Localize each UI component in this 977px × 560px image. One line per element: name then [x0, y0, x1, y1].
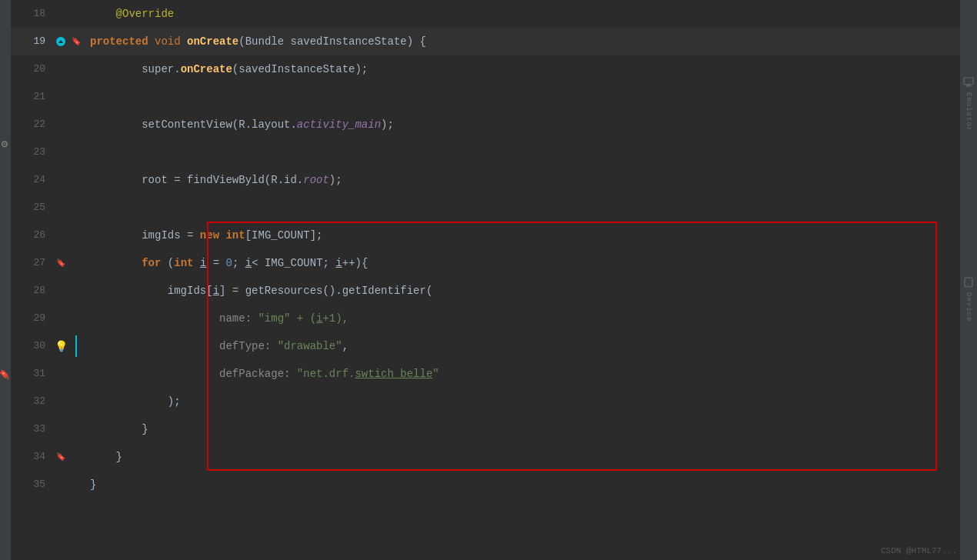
token: i [200, 249, 206, 277]
token [193, 249, 199, 277]
line-number-22: 22 [11, 111, 53, 138]
token: i [335, 249, 342, 277]
gutter-34: 🔖 [53, 452, 68, 462]
breakpoint-indicator[interactable] [56, 37, 65, 46]
line-content-31: defPackage: "net.drf. swtich_belle " [84, 360, 960, 388]
bookmark-icon: 🔖 [72, 37, 81, 46]
fold-30 [68, 335, 84, 357]
code-line-34: 34 🔖 } [11, 443, 960, 471]
token [219, 222, 225, 249]
line-number-35: 35 [11, 471, 53, 498]
code-line-30: 30 💡 defType: "drawable" , [11, 332, 960, 360]
editor-wrapper: ⚙ 🔖 18 @Override 19 [0, 0, 977, 560]
code-line-26: 26 imgIds = new int [IMG_COUNT]; [11, 222, 960, 249]
lightbulb-icon[interactable]: 💡 [55, 340, 68, 353]
phone-icon [964, 277, 973, 291]
arrow-up-icon [58, 40, 63, 43]
left-sidebar: ⚙ 🔖 [0, 0, 11, 560]
code-line-25: 25 [11, 194, 960, 222]
emulator-label: Emulator [965, 92, 972, 132]
line-number-18: 18 [11, 0, 53, 28]
code-editor: 18 @Override 19 🔖 protected vo [11, 0, 960, 560]
svg-rect-0 [964, 78, 973, 85]
token: onCreate [187, 28, 238, 55]
bookmarks-icon[interactable]: 🔖 [0, 369, 11, 381]
gutter-19 [53, 37, 68, 46]
token: root [303, 166, 329, 194]
line-content-34: } [84, 443, 960, 471]
line-content-27: for ( int i = 0 ; i < IMG_COUNT; i ++){ [84, 249, 960, 277]
line-number-34: 34 [11, 443, 53, 471]
token: int [174, 249, 193, 277]
line-number-30: 30 [11, 332, 53, 360]
line-content-24: root = findViewByld(R.id. root ); [84, 166, 960, 194]
line-content-26: imgIds = new int [IMG_COUNT]; [84, 222, 960, 249]
token: imgIds[ [90, 277, 213, 305]
token: new [200, 222, 219, 249]
token: } [90, 415, 148, 443]
line-content-35: } [84, 471, 960, 498]
line-number-21: 21 [11, 83, 53, 111]
token: , [342, 332, 348, 360]
line-content-29: name: "img" + ( i +1), [84, 305, 960, 332]
token [181, 28, 187, 55]
gutter-27: 🔖 [53, 258, 68, 268]
token: onCreate [181, 55, 232, 83]
line-content-20: super. onCreate (savedInstanceState); [84, 55, 960, 83]
token: i [213, 277, 219, 305]
code-line-21: 21 [11, 83, 960, 111]
line-content-32: ); [84, 388, 960, 415]
line-content-30: defType: "drawable" , [84, 332, 960, 360]
token: "img" + ( [258, 305, 316, 332]
token: (savedInstanceState); [232, 55, 368, 83]
token [148, 28, 155, 55]
code-line-33: 33 } [11, 415, 960, 443]
structure-icon[interactable]: ⚙ [0, 138, 12, 151]
token: ); [90, 388, 181, 415]
line-number-28: 28 [11, 277, 53, 305]
fold-icon-27[interactable]: 🔖 [56, 258, 65, 268]
token: ( [238, 28, 245, 55]
token: Bundle [245, 28, 284, 55]
code-line-18: 18 @Override [11, 0, 960, 28]
line-content-28: imgIds[ i ] = getResources().getIdentifi… [84, 277, 960, 305]
token: [IMG_COUNT]; [245, 222, 323, 249]
token: < IMG_COUNT; [252, 249, 335, 277]
fold-icon-34[interactable]: 🔖 [56, 452, 65, 462]
token: } [90, 471, 96, 498]
device-button[interactable]: Device [965, 292, 972, 322]
token: name: [90, 305, 258, 332]
token: for [142, 249, 161, 277]
token: +1), [322, 305, 348, 332]
gutter-30: 💡 [53, 340, 68, 353]
code-line-29: 29 name: "img" + ( i +1), [11, 305, 960, 332]
token: " [432, 360, 438, 388]
code-line-28: 28 imgIds[ i ] = getResources().getIdent… [11, 277, 960, 305]
emulator-button[interactable]: Emulator [965, 92, 972, 132]
line-number-19: 19 [11, 28, 53, 55]
token: = [206, 249, 225, 277]
token: setContentView(R.layout. [90, 111, 297, 138]
line-number-20: 20 [11, 55, 53, 83]
right-panel: Emulator Device [960, 0, 977, 560]
line-number-23: 23 [11, 138, 53, 166]
token: 0 [226, 249, 232, 277]
token: ; [232, 249, 245, 277]
token: super. [90, 55, 181, 83]
line-content-19: protected void onCreate ( Bundle savedIn… [84, 28, 960, 55]
token: ( [161, 249, 174, 277]
token: defPackage: [90, 360, 297, 388]
token: ] = getResources().getIdentifier( [219, 277, 432, 305]
code-line-31: 31 defPackage: "net.drf. swtich_belle " [11, 360, 960, 388]
line-number-33: 33 [11, 415, 53, 443]
svg-point-5 [968, 285, 969, 287]
token: void [155, 28, 181, 55]
code-line-23: 23 [11, 138, 960, 166]
line-number-26: 26 [11, 222, 53, 249]
line-content-22: setContentView(R.layout. activity_main )… [84, 111, 960, 138]
token: "net.drf. [297, 360, 355, 388]
token: ++){ [342, 249, 368, 277]
token: swtich_belle [355, 360, 432, 388]
line-content-18: @Override [84, 0, 960, 28]
code-line-27: 27 🔖 for ( int i = 0 ; i < IMG_COUNT; i … [11, 249, 960, 277]
